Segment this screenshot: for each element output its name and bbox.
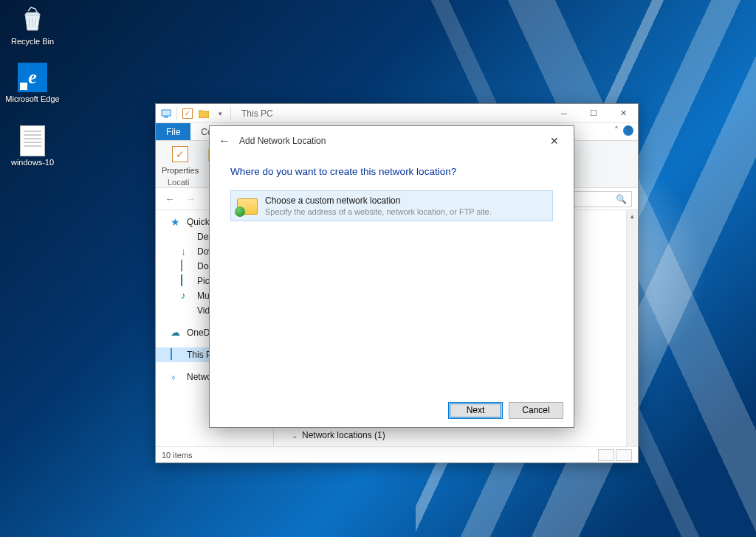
ribbon-label: Properties [162,166,199,175]
music-icon: ♪ [181,290,193,302]
dialog-title: Add Network Location [239,136,326,146]
dialog-close-button[interactable]: ✕ [544,132,565,150]
documents-icon [181,260,193,272]
edge-icon: e [17,62,48,93]
svg-rect-0 [162,110,171,116]
new-folder-quick-icon[interactable] [198,108,210,119]
status-bar: 10 items [156,446,638,462]
text-file-icon [17,125,48,156]
desktop-icon-label: Recycle Bin [4,37,61,46]
chevron-down-icon: ⌄ [292,432,298,440]
recycle-bin-icon [17,4,48,35]
ribbon-properties[interactable]: ✓ Properties [162,144,199,175]
videos-icon [181,305,193,316]
section-network-locations[interactable]: ⌄ Network locations (1) [292,430,620,440]
option-custom-network-location[interactable]: Choose a custom network location Specify… [230,190,553,221]
titlebar[interactable]: ✓ ▾ This PC ─ ☐ ✕ [156,104,638,123]
qat-dropdown-icon[interactable]: ▾ [214,108,226,119]
status-item-count: 10 items [162,451,193,460]
pictures-icon [181,275,193,287]
desktop-icon-edge[interactable]: e Microsoft Edge [4,62,61,104]
thispc-icon [160,108,172,119]
scrollbar[interactable]: ▴ [626,210,638,446]
view-large-icons-button[interactable] [616,449,632,461]
maximize-button[interactable]: ☐ [579,104,608,123]
ribbon-section-location: Locati [162,176,195,188]
dialog-body: Where do you want to create this network… [210,156,574,393]
onedrive-icon: ☁ [171,327,182,339]
desktop-icon [181,231,193,243]
nav-forward-button: → [182,191,199,207]
cancel-button[interactable]: Cancel [509,402,563,419]
option-subtitle: Specify the address of a website, networ… [265,207,492,216]
star-icon: ★ [171,216,182,228]
dialog-header: ← Add Network Location ✕ [210,126,574,156]
option-title: Choose a custom network location [265,195,492,206]
section-header-label: Network locations (1) [302,430,385,440]
tab-file[interactable]: File [156,123,190,140]
network-icon: ⬨ [171,371,182,383]
scroll-up-icon[interactable]: ▴ [627,210,638,222]
next-button[interactable]: Next [448,402,503,419]
ribbon-collapse-icon[interactable]: ˄ [614,125,619,136]
dialog-heading: Where do you want to create this network… [230,166,553,177]
search-icon: 🔍 [616,194,627,204]
desktop-icon-recycle-bin[interactable]: Recycle Bin [4,4,61,46]
nav-back-button[interactable]: ← [162,191,178,207]
svg-rect-1 [164,117,168,118]
close-button[interactable]: ✕ [608,104,638,123]
back-button[interactable]: ← [219,134,230,148]
properties-quick-icon[interactable]: ✓ [182,108,193,119]
view-details-button[interactable] [598,449,614,461]
thispc-icon [171,349,182,361]
help-icon[interactable]: ? [623,125,633,136]
desktop-icon-textfile[interactable]: windows-10 [4,125,61,167]
add-network-location-dialog: ← Add Network Location ✕ Where do you wa… [209,125,574,428]
network-globe-folder-icon [237,195,258,216]
dialog-footer: Next Cancel [210,393,574,427]
network-location-item[interactable]: rvzen-desktop [292,445,620,446]
downloads-icon: ↓ [181,246,193,257]
quick-access-toolbar: ✓ ▾ [156,107,236,120]
desktop-icon-label: Microsoft Edge [4,94,61,104]
minimize-button[interactable]: ─ [549,104,579,123]
desktop-icon-label: windows-10 [4,158,61,167]
window-title: This PC [241,108,273,119]
